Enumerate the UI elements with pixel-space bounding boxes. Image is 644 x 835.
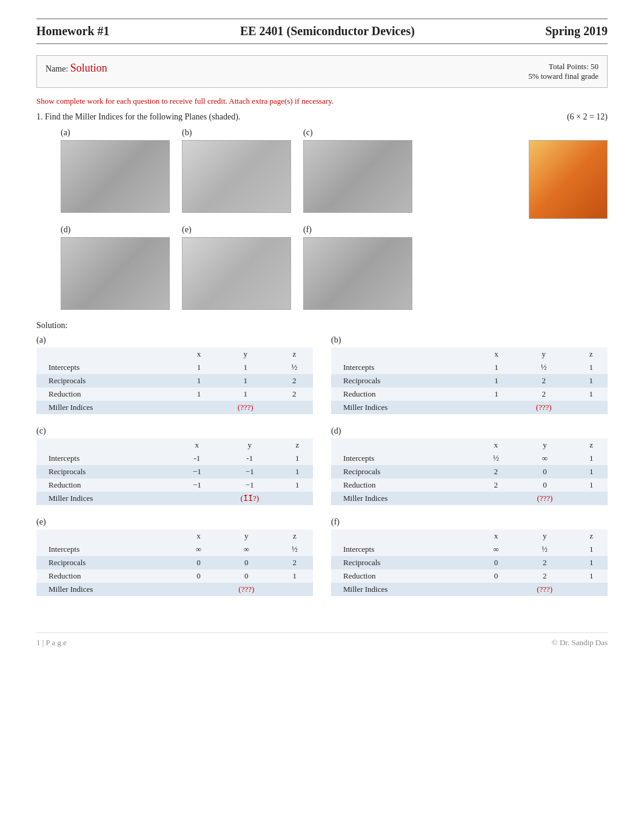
table-row: Reciprocals 1 2 1 — [331, 374, 608, 387]
table-row: Intercepts -1 -1 1 — [36, 452, 313, 465]
table-row: Reduction 0 2 1 — [331, 569, 608, 583]
section-f: (f) x y z Intercepts ∞ ½ 1 Reciprocals — [331, 517, 608, 596]
col-x-b: x — [480, 347, 512, 361]
solution-row-ab: (a) x y z Intercepts 1 1 ½ Reciprocals — [36, 335, 608, 414]
semester-label: Spring 2019 — [545, 24, 608, 38]
figure-f-image — [303, 237, 412, 310]
col-y-a: y — [215, 347, 276, 361]
side-crystal-image — [529, 140, 608, 219]
copyright: © Dr. Sandip Das — [552, 638, 608, 648]
section-c: (c) x y z Intercepts -1 -1 1 Reciproca — [36, 426, 313, 505]
section-b: (b) x y z Intercepts 1 ½ 1 Reciprocals — [331, 335, 608, 414]
table-row: Miller Indices (???) — [36, 401, 313, 414]
table-row: Intercepts ∞ ∞ ½ — [36, 543, 313, 556]
figure-b-image — [182, 140, 291, 213]
section-d-label: (d) — [331, 426, 608, 436]
table-row: Reciprocals −1 −1 1 — [36, 465, 313, 478]
figure-f-label: (f) — [303, 225, 312, 235]
section-a: (a) x y z Intercepts 1 1 ½ Reciprocals — [36, 335, 313, 414]
table-d: x y z Intercepts ½ ∞ 1 Reciprocals 2 0 1 — [331, 438, 608, 505]
figure-f: (f) — [303, 225, 412, 310]
solution-row-cd: (c) x y z Intercepts -1 -1 1 Reciproca — [36, 426, 608, 505]
name-row: Name: Solution Total Points: 50 5% towar… — [36, 55, 608, 88]
figure-d-image — [61, 237, 170, 310]
table-row: Reduction −1 −1 1 — [36, 478, 313, 492]
table-row: Intercepts ½ ∞ 1 — [331, 452, 608, 465]
question1-line: 1. Find the Miller Indices for the follo… — [36, 112, 608, 122]
instructions-text: Show complete work for each question to … — [36, 96, 608, 106]
section-d: (d) x y z Intercepts ½ ∞ 1 Reciprocals — [331, 426, 608, 505]
total-points-label: Total Points: 50 — [528, 62, 599, 72]
figure-a-label: (a) — [61, 128, 70, 138]
table-row: Intercepts 1 ½ 1 — [331, 361, 608, 374]
col-y-b: y — [513, 347, 575, 361]
figure-d-label: (d) — [61, 225, 70, 235]
section-b-label: (b) — [331, 335, 608, 345]
figure-e-label: (e) — [182, 225, 192, 235]
name-label: Name: — [45, 64, 68, 73]
total-points-section: Total Points: 50 5% toward final grade — [528, 62, 599, 81]
page-header: Homework #1 EE 2401 (Semiconductor Devic… — [36, 18, 608, 44]
table-row: Intercepts ∞ ½ 1 — [331, 543, 608, 556]
table-row: Miller Indices (???) — [331, 492, 608, 505]
section-a-label: (a) — [36, 335, 313, 345]
toward-final-label: 5% toward final grade — [528, 72, 599, 81]
table-row: Miller Indices (1̄1̄?) — [36, 492, 313, 505]
table-row: Reciprocals 0 2 1 — [331, 556, 608, 569]
table-row: Reciprocals 0 0 2 — [36, 556, 313, 569]
page-number: 1 | P a g e — [36, 638, 67, 648]
col-z-b: z — [574, 347, 608, 361]
table-row: Reduction 1 2 1 — [331, 387, 608, 401]
table-row: Reduction 1 1 2 — [36, 387, 313, 401]
figure-d: (d) — [61, 225, 170, 310]
figure-b-label: (b) — [182, 128, 192, 138]
solution-row-ef: (e) x y z Intercepts ∞ ∞ ½ Reciprocals — [36, 517, 608, 596]
table-row: Reciprocals 2 0 1 — [331, 465, 608, 478]
question1-text: 1. Find the Miller Indices for the follo… — [36, 112, 240, 122]
table-row: Miller Indices (???) — [36, 583, 313, 596]
table-b: x y z Intercepts 1 ½ 1 Reciprocals 1 2 1 — [331, 347, 608, 414]
table-row: Miller Indices (???) — [331, 583, 608, 596]
figure-c-label: (c) — [303, 128, 313, 138]
table-f: x y z Intercepts ∞ ½ 1 Reciprocals 0 2 1 — [331, 529, 608, 596]
question1-points: (6 × 2 = 12) — [567, 112, 608, 122]
table-row: Reduction 2 0 1 — [331, 478, 608, 492]
table-row: Reciprocals 1 1 2 — [36, 374, 313, 387]
table-row: Reduction 0 0 1 — [36, 569, 313, 583]
page-footer: 1 | P a g e © Dr. Sandip Das — [36, 632, 608, 648]
figure-b: (b) — [182, 128, 291, 213]
table-a: x y z Intercepts 1 1 ½ Reciprocals 1 1 2 — [36, 347, 313, 414]
name-value: Solution — [70, 62, 107, 74]
table-c: x y z Intercepts -1 -1 1 Reciprocals −1 … — [36, 438, 313, 505]
col-x-a: x — [183, 347, 215, 361]
section-e: (e) x y z Intercepts ∞ ∞ ½ Reciprocals — [36, 517, 313, 596]
course-title: EE 2401 (Semiconductor Devices) — [240, 24, 415, 38]
solution-label: Solution: — [36, 321, 608, 330]
section-e-label: (e) — [36, 517, 313, 527]
table-e: x y z Intercepts ∞ ∞ ½ Reciprocals 0 0 2 — [36, 529, 313, 596]
section-c-label: (c) — [36, 426, 313, 436]
table-row: Miller Indices (???) — [331, 401, 608, 414]
figure-c-image — [303, 140, 412, 213]
section-f-label: (f) — [331, 517, 608, 527]
figure-e: (e) — [182, 225, 291, 310]
homework-title: Homework #1 — [36, 24, 110, 38]
name-section: Name: Solution — [45, 62, 107, 75]
col-z-a: z — [276, 347, 313, 361]
figure-e-image — [182, 237, 291, 310]
figure-c: (c) — [303, 128, 412, 213]
figure-a-image — [61, 140, 170, 213]
figure-a: (a) — [61, 128, 170, 213]
table-row: Intercepts 1 1 ½ — [36, 361, 313, 374]
